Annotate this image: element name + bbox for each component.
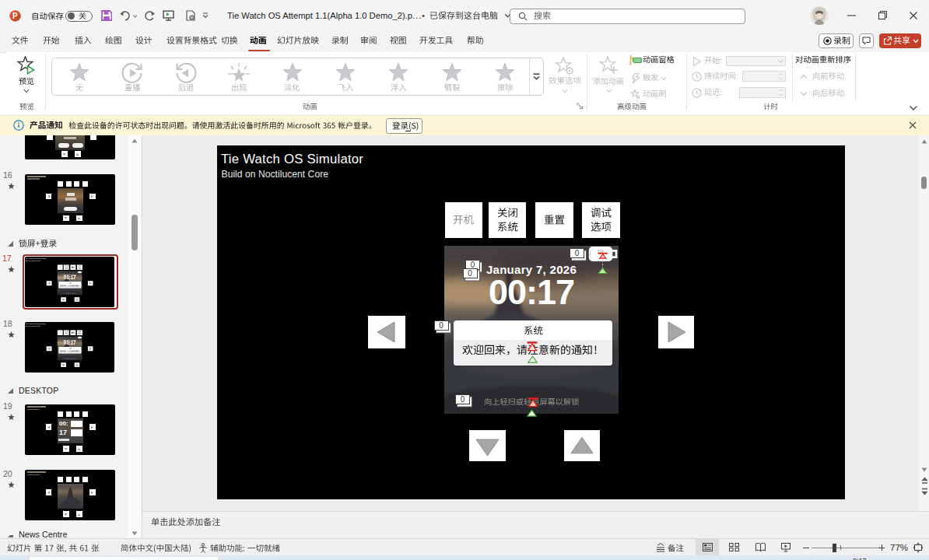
svg-text:P: P: [12, 12, 18, 20]
